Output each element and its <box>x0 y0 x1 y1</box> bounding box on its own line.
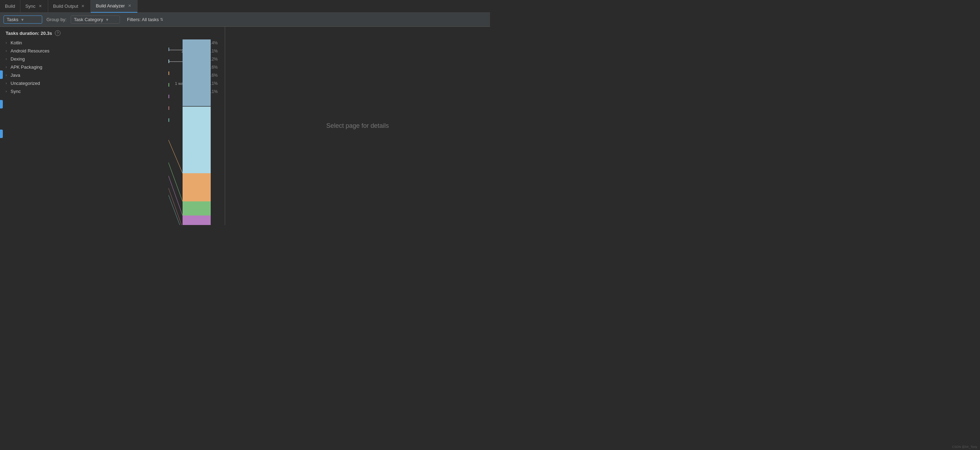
indicator-sync <box>169 118 169 122</box>
line-apk <box>169 85 183 201</box>
tab-build-output-label: Build Output <box>53 3 78 9</box>
chevron-icon-3: › <box>6 65 11 69</box>
group-by-dropdown-arrow: ▼ <box>105 18 109 22</box>
left-nav <box>0 70 3 138</box>
tab-build[interactable]: Build <box>0 0 21 13</box>
bar-android-resources <box>183 106 211 173</box>
tab-build-analyzer-label: Build Analyzer <box>95 3 124 8</box>
task-name-3: APK Packaging <box>11 64 189 70</box>
bar-kotlin <box>183 40 211 106</box>
task-name-2: Dexing <box>11 56 189 62</box>
chevron-icon-2: › <box>6 57 11 61</box>
tab-build-analyzer[interactable]: Build Analyzer ✕ <box>91 0 137 13</box>
left-panel: Tasks duration: 20.3s ? › Kotlin 8.8s 43… <box>0 27 225 225</box>
tab-build-output-close[interactable]: ✕ <box>80 3 86 9</box>
nav-indicator-1 <box>0 70 3 79</box>
group-by-dropdown[interactable]: Task Category ▼ <box>71 16 120 24</box>
chevron-icon-5: › <box>6 81 11 85</box>
group-by-dropdown-label: Task Category <box>74 17 103 22</box>
indicator-apk <box>169 83 169 87</box>
nav-indicator-2 <box>0 100 3 109</box>
tasks-duration: Tasks duration: 20.3s ? <box>0 27 225 39</box>
nav-indicator-3 <box>0 129 3 138</box>
line-uncategorized <box>169 109 183 225</box>
tab-build-label: Build <box>5 3 15 9</box>
task-name-4: Java <box>11 73 189 78</box>
indicator-kotlin <box>169 48 169 51</box>
indicator-uncategorized <box>169 106 169 110</box>
main-area: Tasks duration: 20.3s ? › Kotlin 8.8s 43… <box>0 27 490 225</box>
toolbar: Tasks ▼ Group by: Task Category ▼ Filter… <box>0 13 490 27</box>
line-java <box>169 97 183 215</box>
chevron-icon-1: › <box>6 49 11 53</box>
filter-button[interactable]: Filters: All tasks ⇅ <box>124 16 166 23</box>
task-name-6: Sync <box>11 89 189 94</box>
bar-apk-packaging <box>183 201 211 215</box>
task-name-5: Uncategorized <box>11 81 175 86</box>
tab-build-analyzer-close[interactable]: ✕ <box>127 3 132 9</box>
indicator-java <box>169 95 169 98</box>
help-icon[interactable]: ? <box>55 30 60 36</box>
task-name-0: Kotlin <box>11 40 189 45</box>
indicator-android-resources <box>169 59 169 63</box>
tab-bar: Build Sync ✕ Build Output ✕ Build Analyz… <box>0 0 490 13</box>
view-dropdown-label: Tasks <box>7 17 18 22</box>
view-dropdown-arrow: ▼ <box>21 18 24 22</box>
filter-label: Filters: All tasks <box>127 17 159 22</box>
filter-arrows-icon: ⇅ <box>160 17 163 22</box>
line-dexing <box>169 73 183 173</box>
tab-sync[interactable]: Sync ✕ <box>21 0 48 13</box>
view-dropdown[interactable]: Tasks ▼ <box>3 16 42 24</box>
right-panel: Select page for details <box>225 27 490 225</box>
right-panel-placeholder: Select page for details <box>326 122 389 129</box>
chevron-icon-4: › <box>6 73 11 77</box>
tab-build-output[interactable]: Build Output ✕ <box>48 0 91 13</box>
waterfall-chart <box>169 40 225 225</box>
chevron-icon-0: › <box>6 41 11 45</box>
indicator-dexing <box>169 72 169 75</box>
tab-sync-label: Sync <box>25 3 35 9</box>
bar-dexing <box>183 173 211 201</box>
bar-java <box>183 215 211 225</box>
tab-sync-close[interactable]: ✕ <box>38 3 43 9</box>
group-by-label: Group by: <box>46 17 67 22</box>
tasks-duration-text: Tasks duration: 20.3s <box>6 30 52 36</box>
chevron-icon-6: › <box>6 89 11 93</box>
chart-svg-container <box>169 40 225 225</box>
task-name-1: Android Resources <box>11 48 181 54</box>
